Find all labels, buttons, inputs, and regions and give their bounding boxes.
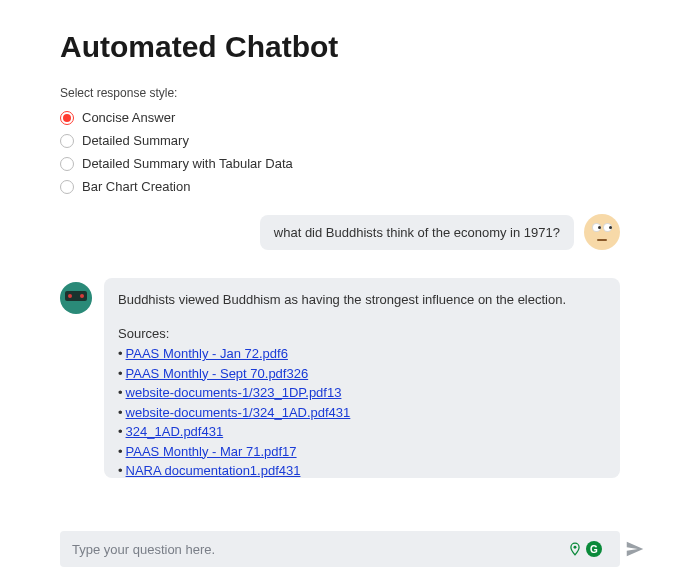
- chat-area: what did Buddhists think of the economy …: [60, 214, 620, 478]
- bullet: •: [118, 405, 123, 420]
- source-link[interactable]: NARA documentation1.pdf431: [126, 463, 301, 478]
- radio-indicator: [60, 111, 74, 125]
- source-link[interactable]: website-documents-1/323_1DP.pdf13: [126, 385, 342, 400]
- source-item: •PAAS Monthly - Sept 70.pdf326: [118, 364, 606, 384]
- bot-avatar: [60, 282, 92, 314]
- radio-label: Detailed Summary: [82, 133, 189, 148]
- page-title: Automated Chatbot: [60, 30, 620, 64]
- source-item: •324_1AD.pdf431: [118, 422, 606, 442]
- radio-option[interactable]: Concise Answer: [60, 110, 620, 125]
- bullet: •: [118, 424, 123, 439]
- input-bar: G: [60, 531, 650, 567]
- send-button[interactable]: [620, 538, 650, 560]
- source-item: •website-documents-1/323_1DP.pdf13: [118, 383, 606, 403]
- bullet: •: [118, 385, 123, 400]
- user-message-row: what did Buddhists think of the economy …: [60, 214, 620, 250]
- user-avatar: [584, 214, 620, 250]
- source-link[interactable]: PAAS Monthly - Sept 70.pdf326: [126, 366, 309, 381]
- source-link[interactable]: 324_1AD.pdf431: [126, 424, 224, 439]
- bot-message-bubble: Buddhists viewed Buddhism as having the …: [104, 278, 620, 478]
- bullet: •: [118, 463, 123, 478]
- bot-message-row: Buddhists viewed Buddhism as having the …: [60, 278, 620, 478]
- radio-label: Concise Answer: [82, 110, 175, 125]
- source-item: •PAAS Monthly - Mar 71.pdf17: [118, 442, 606, 462]
- source-link[interactable]: PAAS Monthly - Jan 72.pdf6: [126, 346, 288, 361]
- user-message-bubble: what did Buddhists think of the economy …: [260, 215, 574, 250]
- svg-point-0: [574, 546, 577, 549]
- radio-label: Detailed Summary with Tabular Data: [82, 156, 293, 171]
- source-item: •PAAS Monthly - Jan 72.pdf6: [118, 344, 606, 364]
- radio-option[interactable]: Bar Chart Creation: [60, 179, 620, 194]
- source-link[interactable]: PAAS Monthly - Mar 71.pdf17: [126, 444, 297, 459]
- radio-indicator: [60, 180, 74, 194]
- response-style-radio-group: Concise AnswerDetailed SummaryDetailed S…: [60, 110, 620, 194]
- bullet: •: [118, 346, 123, 361]
- question-input[interactable]: [60, 531, 620, 567]
- sources-list: •PAAS Monthly - Jan 72.pdf6•PAAS Monthly…: [118, 344, 606, 478]
- source-link[interactable]: website-documents-1/324_1AD.pdf431: [126, 405, 351, 420]
- source-item: •website-documents-1/324_1AD.pdf431: [118, 403, 606, 423]
- grammarly-icon[interactable]: G: [586, 541, 602, 557]
- radio-indicator: [60, 134, 74, 148]
- bot-answer-text: Buddhists viewed Buddhism as having the …: [118, 290, 606, 310]
- radio-indicator: [60, 157, 74, 171]
- radio-option[interactable]: Detailed Summary with Tabular Data: [60, 156, 620, 171]
- radio-label: Bar Chart Creation: [82, 179, 190, 194]
- radio-option[interactable]: Detailed Summary: [60, 133, 620, 148]
- bullet: •: [118, 366, 123, 381]
- source-item: •NARA documentation1.pdf431: [118, 461, 606, 478]
- location-pin-icon[interactable]: [568, 542, 582, 556]
- bullet: •: [118, 444, 123, 459]
- style-select-label: Select response style:: [60, 86, 620, 100]
- sources-label: Sources:: [118, 324, 606, 344]
